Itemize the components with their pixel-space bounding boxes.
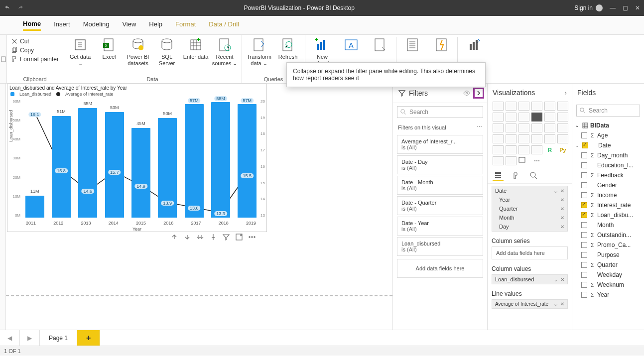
transform-data-button[interactable]: Transform data ⌄ bbox=[246, 37, 272, 68]
left-rail[interactable] bbox=[0, 84, 6, 330]
filter-card[interactable]: Date - Dayis (All) bbox=[397, 155, 483, 174]
viz-type[interactable] bbox=[493, 113, 504, 121]
filter-card[interactable]: Date - Yearis (All) bbox=[397, 217, 483, 236]
viz-type[interactable] bbox=[544, 134, 555, 143]
sql-server-button[interactable]: SQL Server bbox=[154, 37, 180, 68]
page-tab-1[interactable]: Page 1 bbox=[40, 330, 77, 346]
field-item[interactable]: Month bbox=[574, 220, 642, 230]
copy-button[interactable]: Copy bbox=[11, 46, 59, 55]
viz-type[interactable] bbox=[493, 156, 504, 165]
eye-icon[interactable] bbox=[463, 90, 470, 97]
viz-type[interactable] bbox=[506, 123, 516, 132]
viz-type[interactable] bbox=[557, 102, 568, 111]
viz-type[interactable] bbox=[518, 145, 529, 154]
viz-type[interactable]: ⋯ bbox=[531, 156, 542, 165]
field-item[interactable]: ΣLoan_disbu... bbox=[574, 210, 642, 220]
filters-section-more[interactable]: ⋯ bbox=[477, 124, 482, 130]
field-item[interactable]: ΣAge bbox=[574, 130, 642, 140]
viz-type[interactable]: R bbox=[544, 145, 555, 154]
field-item[interactable]: Education_l... bbox=[574, 160, 642, 170]
format-painter-button[interactable]: Format painter bbox=[11, 55, 59, 64]
well-item[interactable]: Day✕ bbox=[492, 222, 567, 231]
field-item[interactable]: ⌄Date bbox=[574, 140, 642, 150]
tab-format[interactable]: Format bbox=[175, 20, 196, 30]
viz-type[interactable] bbox=[518, 134, 529, 143]
pin-icon[interactable] bbox=[209, 233, 217, 241]
analytics-tab[interactable] bbox=[528, 170, 539, 181]
tab-help[interactable]: Help bbox=[149, 20, 162, 30]
tab-home[interactable]: Home bbox=[23, 20, 41, 31]
filters-add-placeholder[interactable]: Add data fields here bbox=[397, 259, 483, 278]
enter-data-button[interactable]: Enter data bbox=[183, 37, 209, 68]
expand-down-icon[interactable] bbox=[196, 233, 204, 241]
viz-type[interactable] bbox=[531, 134, 542, 143]
linevalues-item[interactable]: Average of Interest_rate⌵✕ bbox=[492, 300, 567, 308]
signin-button[interactable]: Sign in bbox=[574, 4, 603, 11]
field-item[interactable]: ΣYear bbox=[574, 290, 642, 300]
viz-type[interactable] bbox=[531, 145, 542, 154]
viz-type[interactable] bbox=[544, 123, 555, 132]
field-item[interactable]: ΣFeedback bbox=[574, 170, 642, 180]
collapse-filters-button[interactable] bbox=[473, 88, 484, 99]
field-item[interactable]: ΣOutstandin... bbox=[574, 230, 642, 240]
add-page-button[interactable]: + bbox=[77, 330, 100, 346]
viz-type[interactable] bbox=[493, 134, 504, 143]
viz-type[interactable] bbox=[493, 145, 504, 154]
tab-insert[interactable]: Insert bbox=[54, 20, 70, 30]
viz-type[interactable] bbox=[518, 156, 529, 165]
field-item[interactable]: ΣWeeknum bbox=[574, 280, 642, 290]
viz-type[interactable] bbox=[506, 156, 516, 165]
viz-type[interactable] bbox=[531, 123, 542, 132]
viz-type[interactable] bbox=[506, 134, 516, 143]
page-next-button[interactable]: ▶ bbox=[20, 330, 40, 346]
viz-type[interactable] bbox=[518, 102, 529, 111]
filter-card[interactable]: Average of Interest_r...is (All) bbox=[397, 135, 483, 154]
filter-card[interactable]: Loan_disbursedis (All) bbox=[397, 237, 483, 256]
viz-type[interactable] bbox=[506, 145, 516, 154]
field-item[interactable]: ΣQuarter bbox=[574, 260, 642, 270]
filter-card[interactable]: Date - Quarteris (All) bbox=[397, 196, 483, 215]
viz-type[interactable] bbox=[557, 134, 568, 143]
viz-type[interactable] bbox=[493, 102, 504, 111]
well-item[interactable]: Month✕ bbox=[492, 213, 567, 222]
pbi-datasets-button[interactable]: Power BI datasets bbox=[125, 37, 151, 68]
field-item[interactable]: ΣIncome bbox=[574, 190, 642, 200]
viz-type[interactable] bbox=[506, 113, 516, 121]
well-item[interactable]: Quarter✕ bbox=[492, 204, 567, 213]
filters-search[interactable]: Search bbox=[397, 106, 483, 118]
well-date[interactable]: Date⌵✕ bbox=[492, 186, 567, 195]
redo-icon[interactable] bbox=[17, 4, 24, 11]
viz-type[interactable] bbox=[557, 113, 568, 121]
page-prev-button[interactable]: ◀ bbox=[0, 330, 20, 346]
viz-type[interactable] bbox=[518, 123, 529, 132]
chart-visual[interactable]: Loan_disbursed and Average of Interest_r… bbox=[7, 84, 267, 232]
fields-search[interactable]: Search bbox=[576, 105, 640, 117]
viz-type[interactable] bbox=[531, 102, 542, 111]
format-tab[interactable] bbox=[511, 170, 521, 181]
excel-button[interactable]: XExcel bbox=[96, 37, 122, 68]
colseries-placeholder[interactable]: Add data fields here bbox=[492, 246, 568, 259]
tab-view[interactable]: View bbox=[122, 20, 136, 30]
field-item[interactable]: ΣPromo_Ca... bbox=[574, 240, 642, 250]
field-item[interactable]: ΣInterest_rate bbox=[574, 200, 642, 210]
filter-icon[interactable] bbox=[222, 233, 230, 241]
filter-card[interactable]: Date - Monthis (All) bbox=[397, 176, 483, 195]
viz-type[interactable] bbox=[506, 102, 516, 111]
viz-type[interactable] bbox=[531, 113, 542, 121]
get-data-button[interactable]: Get data ⌄ bbox=[67, 37, 93, 68]
viz-type[interactable] bbox=[557, 123, 568, 132]
report-canvas[interactable]: Loan_disbursed and Average of Interest_r… bbox=[6, 84, 392, 330]
close-icon[interactable]: ✕ bbox=[635, 4, 640, 11]
focus-icon[interactable] bbox=[235, 233, 243, 241]
tab-modeling[interactable]: Modeling bbox=[83, 20, 110, 30]
drill-down-icon[interactable] bbox=[183, 233, 191, 241]
colvalues-item[interactable]: Loan_disbursed⌵✕ bbox=[492, 275, 567, 284]
drill-up-icon[interactable] bbox=[170, 233, 178, 241]
minimize-icon[interactable]: — bbox=[610, 4, 616, 11]
viz-type[interactable] bbox=[544, 102, 555, 111]
cut-button[interactable]: Cut bbox=[11, 37, 59, 46]
viz-type[interactable]: Py bbox=[557, 145, 568, 154]
field-item[interactable]: Purpose bbox=[574, 250, 642, 260]
field-item[interactable]: ΣDay_month bbox=[574, 150, 642, 160]
fields-table[interactable]: ⌄BIData bbox=[574, 121, 642, 130]
